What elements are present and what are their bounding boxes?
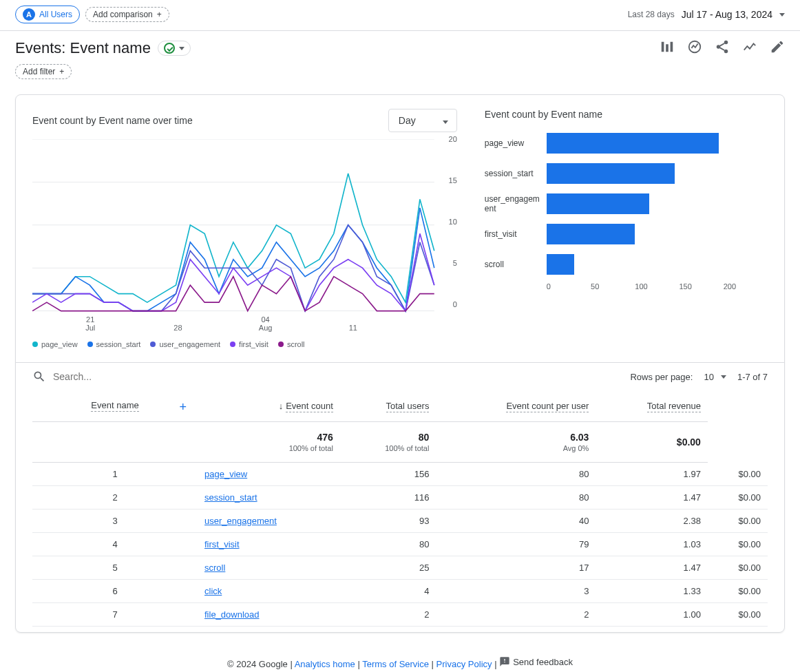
segment-label: All Users — [39, 10, 72, 19]
search-icon — [32, 370, 46, 384]
bar-chart-title: Event count by Event name — [485, 109, 768, 120]
rows-per-page-select[interactable]: 10 — [704, 372, 726, 382]
col-per-user[interactable]: Event count per user — [436, 390, 596, 422]
y-tick-label: 20 — [449, 135, 457, 143]
send-feedback-button[interactable]: Send feedback — [499, 656, 573, 667]
add-filter-button[interactable]: Add filter + — [15, 64, 72, 79]
bar-label: user_engagement — [485, 194, 547, 214]
row-index: 4 — [32, 533, 198, 556]
search-input[interactable] — [53, 371, 191, 382]
legend-swatch — [278, 342, 284, 347]
bar-label: scroll — [485, 260, 547, 269]
insights-icon[interactable] — [687, 39, 702, 54]
granularity-dropdown[interactable]: Day — [388, 109, 457, 132]
row-revenue: $0.00 — [708, 556, 768, 580]
trend-icon[interactable] — [742, 39, 757, 54]
row-event-count: 25 — [340, 556, 436, 580]
line-chart[interactable]: 05101520 21Jul2804Aug11 — [32, 139, 457, 332]
event-link[interactable]: first_visit — [204, 539, 240, 549]
event-link[interactable]: click — [204, 586, 222, 596]
chevron-down-icon — [779, 13, 785, 17]
row-event-count: 4 — [340, 580, 436, 603]
bar-track — [547, 193, 768, 214]
table-row: 7file_download221.00$0.00 — [32, 603, 768, 627]
footer-link-privacy[interactable]: Privacy Policy — [436, 659, 492, 669]
footer-link-analytics-home[interactable]: Analytics home — [295, 659, 355, 669]
svg-point-3 — [724, 50, 728, 54]
y-tick-label: 10 — [449, 218, 457, 226]
bar-chart[interactable]: page_viewsession_startuser_engagementfir… — [485, 128, 768, 280]
table-row: 4first_visit80791.03$0.00 — [32, 533, 768, 556]
row-total-users: 79 — [436, 533, 596, 556]
row-event-name: scroll — [198, 556, 340, 580]
row-event-name: file_download — [198, 603, 340, 627]
line-chart-legend: page_viewsession_startuser_engagementfir… — [32, 340, 457, 348]
bar-row: session_start — [485, 158, 768, 189]
event-link[interactable]: user_engagement — [204, 516, 277, 526]
rows-per-page-value: 10 — [704, 372, 713, 382]
legend-item[interactable]: first_visit — [230, 340, 269, 348]
x-tick-label: 21Jul — [70, 315, 111, 332]
event-link[interactable]: page_view — [204, 469, 247, 479]
plus-icon: + — [157, 10, 162, 19]
add-comparison-button[interactable]: Add comparison + — [85, 7, 169, 22]
bar-chart-panel: Event count by Event name page_viewsessi… — [485, 109, 768, 348]
customize-report-icon[interactable] — [660, 39, 675, 54]
bar-row: first_visit — [485, 219, 768, 249]
row-index: 2 — [32, 486, 198, 510]
feedback-icon — [499, 656, 510, 667]
col-event-count[interactable]: ↓Event count — [198, 390, 340, 422]
add-dimension-button[interactable]: + — [179, 400, 187, 414]
page-header: Events: Event name Add filter + — [0, 31, 800, 79]
bar-fill — [547, 133, 719, 154]
svg-point-1 — [724, 41, 728, 45]
edit-icon[interactable] — [770, 39, 785, 54]
row-event-name: click — [198, 580, 340, 603]
share-icon[interactable] — [715, 39, 730, 54]
col-revenue[interactable]: Total revenue — [596, 390, 708, 422]
row-total-users: 2 — [436, 603, 596, 627]
bar-chart-xaxis: 050100150200 — [547, 282, 768, 291]
row-index: 1 — [32, 463, 198, 486]
footer-link-tos[interactable]: Terms of Service — [362, 659, 429, 669]
date-picker[interactable]: Last 28 days Jul 17 - Aug 13, 2024 — [628, 9, 785, 20]
y-tick-label: 5 — [453, 259, 457, 267]
legend-item[interactable]: scroll — [278, 340, 305, 348]
row-total-users: 17 — [436, 556, 596, 580]
col-total-users[interactable]: Total users — [340, 390, 436, 422]
row-event-count: 2 — [340, 603, 436, 627]
date-range-text: Jul 17 - Aug 13, 2024 — [682, 9, 772, 20]
chevron-down-icon — [443, 120, 448, 124]
legend-swatch — [32, 342, 38, 347]
legend-swatch — [150, 342, 156, 347]
check-circle-icon — [164, 43, 175, 54]
legend-swatch — [230, 342, 235, 347]
event-link[interactable]: scroll — [204, 563, 225, 573]
row-total-users: 80 — [436, 486, 596, 510]
legend-item[interactable]: page_view — [32, 340, 78, 348]
table-row: 6click431.33$0.00 — [32, 580, 768, 603]
status-chip[interactable] — [158, 41, 191, 56]
page-footer: © 2024 Google | Analytics home | Terms o… — [0, 648, 800, 672]
legend-label: user_engagement — [159, 340, 220, 348]
segment-pill-all-users[interactable]: A All Users — [15, 6, 80, 23]
legend-label: page_view — [41, 340, 78, 348]
bar-fill — [547, 224, 635, 244]
row-total-users: 40 — [436, 510, 596, 533]
legend-swatch — [87, 342, 93, 347]
bar-x-tick: 200 — [724, 282, 768, 291]
totals-row: 476100% of total 80100% of total 6.03Avg… — [32, 422, 768, 463]
legend-item[interactable]: session_start — [87, 340, 141, 348]
bar-fill — [547, 163, 675, 184]
date-prefix: Last 28 days — [628, 10, 675, 19]
table-row: 3user_engagement93402.38$0.00 — [32, 510, 768, 533]
legend-item[interactable]: user_engagement — [150, 340, 220, 348]
event-link[interactable]: file_download — [204, 609, 260, 620]
row-event-count: 116 — [340, 486, 436, 510]
row-index: 5 — [32, 556, 198, 580]
row-per-user: 1.33 — [596, 580, 708, 603]
event-link[interactable]: session_start — [204, 492, 257, 503]
col-event-name[interactable]: Event name + — [32, 390, 198, 422]
sort-desc-icon: ↓ — [279, 401, 284, 411]
row-per-user: 1.00 — [596, 603, 708, 627]
